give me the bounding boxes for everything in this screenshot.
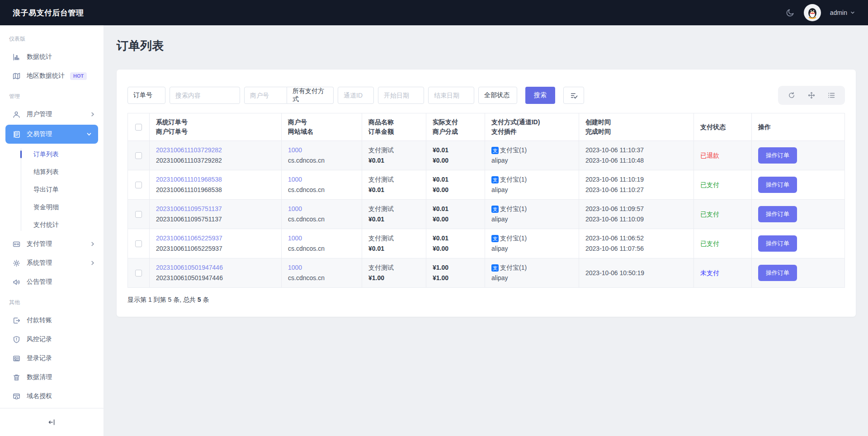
status-select[interactable]: 全部状态 [478, 87, 517, 104]
sidebar-item-sys-mgmt[interactable]: 系统管理 [0, 253, 104, 272]
row-checkbox[interactable] [135, 240, 142, 247]
operate-order-button[interactable]: 操作订单 [758, 147, 797, 164]
method-name: 支付宝(1) [500, 204, 527, 214]
collapse-sidebar-icon[interactable] [48, 418, 56, 426]
completed-time: 2023-10-06 11:07:56 [585, 244, 687, 254]
system-order-link[interactable]: 2023100611101968538 [156, 174, 222, 185]
payment-method: 支支付宝(1) [491, 263, 572, 273]
payment-plugin: alipay [491, 214, 572, 225]
submenu-item-label: 资金明细 [33, 203, 59, 211]
row-checkbox[interactable] [135, 182, 142, 188]
sidebar-item-payout-transfer[interactable]: 付款转账 [0, 311, 104, 330]
column-header: 支付状态 [694, 113, 752, 141]
action-cell: 操作订单 [752, 170, 845, 200]
operate-order-button[interactable]: 操作订单 [758, 206, 797, 222]
row-checkbox-cell [128, 141, 150, 170]
filter-icon[interactable] [563, 87, 584, 104]
user-avatar[interactable] [804, 4, 821, 21]
payment-method: 支支付宝(1) [491, 174, 572, 185]
transfer-icon [13, 240, 21, 248]
column-header-line: 创建时间 [585, 117, 687, 127]
merchant-share: ¥0.00 [433, 185, 478, 195]
merchant-share: ¥0.00 [433, 214, 478, 225]
created-time: 2023-10-06 11:10:37 [585, 145, 687, 155]
channel-id-input[interactable] [338, 87, 374, 104]
sidebar-item-pay-mgmt[interactable]: 支付管理 [0, 234, 104, 253]
sidebar-item-data-stats[interactable]: 数据统计 [0, 47, 104, 66]
product-cell: 支付测试¥1.00 [362, 258, 426, 288]
operate-order-button[interactable]: 操作订单 [758, 177, 797, 193]
sidebar-subitem-pay-stats[interactable]: 支付统计 [0, 216, 104, 234]
sidebar-item-user-mgmt[interactable]: 用户管理 [0, 105, 104, 124]
select-all-checkbox[interactable] [135, 124, 142, 131]
payment-method: 支支付宝(1) [491, 204, 572, 214]
product-name: 支付测试 [368, 174, 420, 185]
payment-plugin: alipay [491, 185, 572, 195]
status-cell: 已支付 [694, 200, 752, 229]
sidebar-item-login-records[interactable]: 登录记录 [0, 349, 104, 368]
system-order-link[interactable]: 2023100610501947446 [156, 263, 223, 273]
system-order-link[interactable]: 2023100611095751137 [156, 204, 222, 214]
bar-chart-icon [13, 53, 21, 61]
sidebar-subitem-order-list[interactable]: 订单列表 [0, 145, 104, 163]
row-checkbox[interactable] [135, 211, 142, 218]
alipay-icon: 支 [491, 206, 499, 213]
submenu-item-label: 支付统计 [33, 221, 59, 229]
svg-text:支: 支 [493, 148, 498, 153]
sidebar-item-announce-mgmt[interactable]: 公告管理 [0, 272, 104, 291]
move-icon[interactable] [802, 86, 821, 105]
end-date-input[interactable] [428, 87, 474, 104]
merchant-id-input[interactable] [244, 87, 287, 104]
search-button[interactable]: 搜索 [525, 87, 555, 104]
method-cell: 支支付宝(1)alipay [485, 258, 579, 288]
refresh-icon[interactable] [782, 86, 802, 105]
main-content: 订单列表 订单号 所有支付方式 全部状态 [104, 25, 868, 436]
search-input[interactable] [170, 87, 240, 104]
order-field-select[interactable]: 订单号 [127, 87, 165, 104]
payment-method: 支支付宝(1) [491, 233, 572, 244]
row-checkbox[interactable] [135, 152, 142, 159]
column-header-line: 订单金额 [368, 127, 420, 136]
columns-list-icon[interactable] [821, 86, 841, 105]
dark-mode-moon-icon[interactable] [785, 8, 795, 18]
merchant-id-link[interactable]: 1000 [288, 233, 302, 244]
shield-alert-icon [13, 336, 21, 343]
sidebar-subitem-settle-list[interactable]: 结算列表 [0, 163, 104, 181]
sidebar-subitem-export-orders[interactable]: 导出订单 [0, 181, 104, 198]
start-date-input[interactable] [378, 87, 424, 104]
account-menu[interactable]: admin [830, 9, 855, 16]
operate-order-button[interactable]: 操作订单 [758, 265, 797, 281]
row-checkbox[interactable] [135, 270, 142, 277]
system-order-link[interactable]: 2023100611103729282 [156, 145, 222, 155]
merchant-id-link[interactable]: 1000 [288, 263, 302, 273]
pagination-summary: 显示第 1 到第 5 条, 总共 5 条 [127, 296, 845, 304]
sidebar-subitem-fund-detail[interactable]: 资金明细 [0, 198, 104, 216]
alipay-icon: 支 [491, 264, 499, 272]
submenu-trade-mgmt: 订单列表结算列表导出订单资金明细支付统计 [0, 145, 104, 234]
app-title: 浪子易支付后台管理 [13, 8, 84, 18]
alipay-icon: 支 [491, 235, 499, 242]
id-card-icon [13, 355, 21, 362]
sidebar-item-domain-auth[interactable]: 域名授权 [0, 387, 104, 406]
method-cell: 支支付宝(1)alipay [485, 141, 579, 170]
status-badge: 已支付 [700, 240, 719, 247]
merchant-method-group: 所有支付方式 [244, 87, 334, 104]
order-no-cell: 20231006110957511372023100611095751137 [150, 200, 282, 229]
sidebar-item-region-stats[interactable]: 地区数据统计HOT [0, 66, 104, 85]
pagination-prefix: 显示第 1 到第 5 条, 总共 [127, 296, 198, 303]
pay-amount-cell: ¥0.01¥0.00 [426, 141, 485, 170]
sidebar-item-data-cleanup[interactable]: 数据清理 [0, 368, 104, 387]
system-order-link[interactable]: 2023100611065225937 [156, 233, 222, 244]
order-no-cell: 20231006110652259372023100611065225937 [150, 229, 282, 258]
sidebar-item-risk-records[interactable]: 风控记录 [0, 330, 104, 349]
merchant-id-link[interactable]: 1000 [288, 204, 302, 214]
completed-time: 2023-10-06 11:10:09 [585, 214, 687, 225]
payment-method-select[interactable]: 所有支付方式 [287, 87, 334, 104]
merchant-id-link[interactable]: 1000 [288, 145, 302, 155]
action-cell: 操作订单 [752, 258, 845, 288]
actual-pay: ¥0.01 [433, 174, 478, 185]
sidebar-item-trade-mgmt[interactable]: 交易管理 [5, 125, 98, 144]
merchant-id-link[interactable]: 1000 [288, 174, 302, 185]
operate-order-button[interactable]: 操作订单 [758, 235, 797, 252]
chevron-down-icon [850, 10, 855, 15]
